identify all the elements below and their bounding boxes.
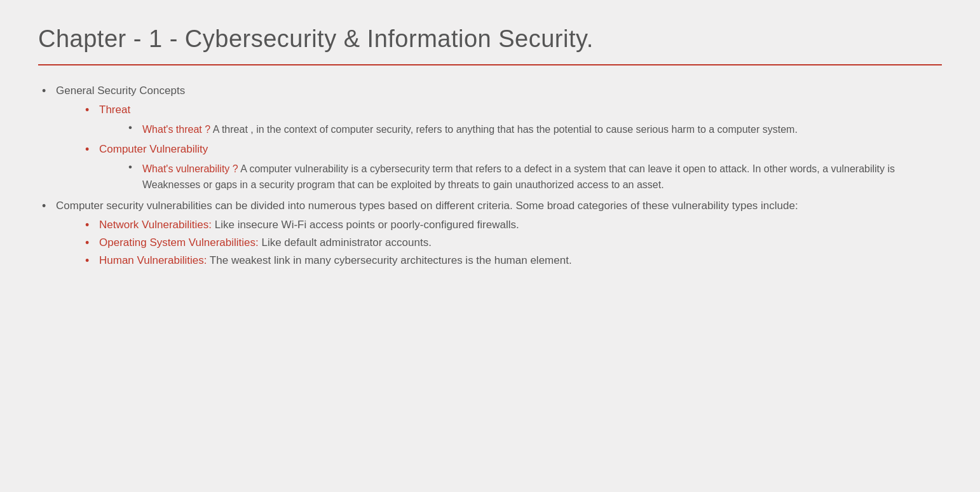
- vulnerability-types-list: Network Vulnerabilities: Like insecure W…: [81, 219, 942, 267]
- network-vuln-term: Network Vulnerabilities:: [99, 219, 212, 231]
- list-item-general: General Security Concepts Threat What's …: [38, 85, 942, 193]
- title-divider: [38, 64, 942, 65]
- page-title: Chapter - 1 - Cybersecurity & Informatio…: [38, 25, 942, 53]
- human-vuln-def: The weakest link in many cybersecurity a…: [207, 254, 571, 266]
- list-item-os: Operating System Vulnerabilities: Like d…: [81, 236, 942, 249]
- list-item-categories: Computer security vulnerabilities can be…: [38, 200, 942, 267]
- threat-definition: A threat , in the context of computer se…: [210, 124, 798, 135]
- threat-label: Threat: [99, 104, 130, 116]
- os-vuln-term: Operating System Vulnerabilities:: [99, 236, 259, 249]
- list-item-threat: Threat What's threat ? A threat , in the…: [81, 104, 942, 138]
- vulnerability-term: What's vulnerability ?: [142, 163, 238, 174]
- human-vuln-term: Human Vulnerabilities:: [99, 254, 207, 266]
- vulnerability-label: Computer Vulnerability: [99, 143, 208, 155]
- network-vuln-def: Like insecure Wi-Fi access points or poo…: [212, 219, 519, 231]
- os-vuln-def: Like default administrator accounts.: [259, 236, 432, 249]
- threat-term: What's threat ?: [142, 124, 210, 135]
- threat-details: What's threat ? A threat , in the contex…: [125, 121, 942, 138]
- subsection-list: Threat What's threat ? A threat , in the…: [81, 104, 942, 193]
- vulnerability-details: What's vulnerability ? A computer vulner…: [125, 161, 942, 193]
- vulnerability-definition: A computer vulnerability is a cybersecur…: [142, 163, 895, 191]
- vulnerability-definition-item: What's vulnerability ? A computer vulner…: [125, 161, 942, 193]
- list-item-network: Network Vulnerabilities: Like insecure W…: [81, 219, 942, 231]
- general-security-label: General Security Concepts: [56, 85, 185, 97]
- main-list: General Security Concepts Threat What's …: [38, 85, 942, 267]
- list-item-human: Human Vulnerabilities: The weakest link …: [81, 254, 942, 267]
- list-item-vulnerability: Computer Vulnerability What's vulnerabil…: [81, 143, 942, 193]
- categories-text: Computer security vulnerabilities can be…: [56, 200, 798, 212]
- threat-definition-item: What's threat ? A threat , in the contex…: [125, 121, 942, 138]
